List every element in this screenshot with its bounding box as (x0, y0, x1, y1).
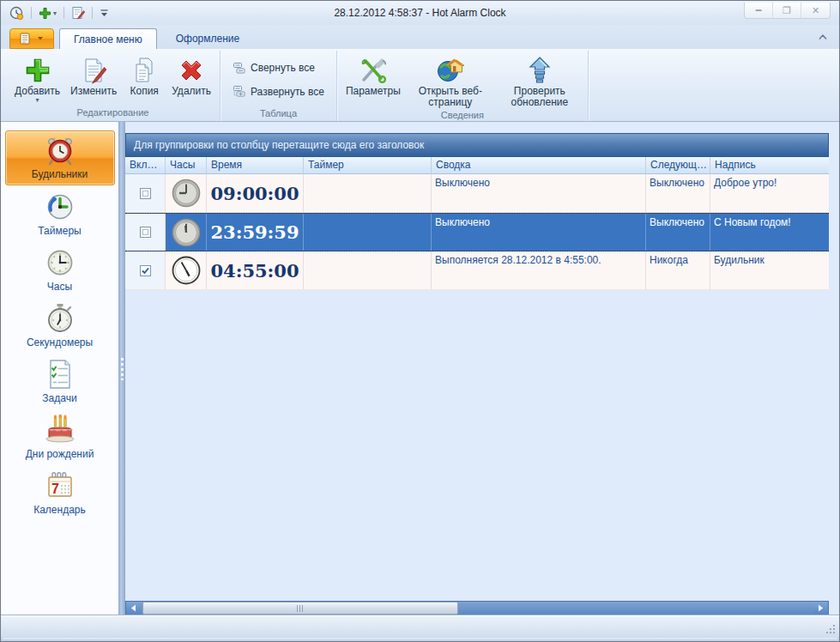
sidebar-item-alarms[interactable]: Будильники (5, 130, 115, 185)
dropdown-caret-icon: ▾ (53, 9, 57, 17)
collapse-ribbon-button[interactable] (817, 29, 829, 45)
table-row[interactable]: 04:55:00 Выполняется 28.12.2012 в 4:55:0… (125, 251, 829, 290)
column-header-enabled[interactable]: Вклю... (125, 157, 166, 174)
scroll-left-button[interactable] (126, 602, 141, 615)
next-cell: Выключено (646, 174, 710, 213)
column-header-caption[interactable]: Надпись (710, 157, 829, 174)
table-panel: Для группировки по столбцу перетащите сю… (125, 122, 839, 615)
column-header-next[interactable]: Следующий... (646, 157, 710, 174)
open-webpage-button[interactable]: Открыть веб-страницу (406, 52, 495, 109)
quick-edit-button[interactable] (69, 5, 87, 21)
caption-cell: Будильник (710, 251, 829, 290)
ribbon-group-editing: Добавить ▾ Изменить Копия (6, 51, 221, 121)
column-header-timer[interactable]: Таймер (304, 157, 432, 174)
delete-button-label: Удалить (172, 86, 211, 97)
main-area: Будильники Таймеры Часы Секундомеры Зада… (1, 122, 839, 615)
edit-icon (80, 55, 107, 86)
toolbar-separator (31, 7, 32, 19)
app-menu-icon (20, 33, 33, 45)
enabled-checkbox[interactable] (125, 174, 166, 213)
calendar-icon: 7 (45, 470, 76, 501)
collapse-all-label: Свернуть все (251, 62, 315, 74)
time-cell: 23:59:59 (207, 214, 304, 251)
scroll-right-button[interactable] (813, 602, 828, 615)
birthday-cake-icon (43, 415, 77, 445)
summary-cell: Выключено (432, 214, 646, 251)
caption-cell: С Новым годом! (710, 214, 829, 251)
tab-appearance[interactable]: Оформление (162, 28, 253, 49)
copy-button[interactable]: Копия (122, 52, 166, 98)
group-by-drop-zone[interactable]: Для группировки по столбцу перетащите сю… (125, 133, 829, 157)
collapse-all-icon (233, 61, 246, 75)
analog-clock-icon (170, 216, 202, 249)
maximize-button[interactable]: ❐ (773, 3, 801, 18)
ribbon-group-info: Параметры Открыть веб-страницу Проверить… (337, 51, 589, 121)
clock-cell (166, 214, 207, 251)
enabled-checkbox[interactable] (125, 214, 166, 251)
tasks-icon (46, 359, 74, 390)
expand-all-icon (233, 85, 246, 99)
sidebar-item-tasks[interactable]: Задачи (5, 354, 115, 409)
arrow-left-icon (130, 604, 136, 612)
toolbar-separator (63, 7, 64, 19)
quick-add-button[interactable]: ▾ (37, 6, 58, 21)
checkbox-unchecked-icon (140, 188, 151, 199)
time-cell: 09:00:00 (207, 174, 304, 213)
sidebar-item-label: Часы (47, 281, 72, 293)
minimize-button[interactable]: ━ (745, 3, 773, 18)
table-row-selected[interactable]: 23:59:59 Выключено Выключено С Новым год… (125, 213, 829, 251)
sidebar-item-label: Дни рождений (26, 448, 94, 460)
thumb-grip-icon (297, 605, 305, 612)
svg-text:7: 7 (51, 482, 59, 496)
collapse-all-button[interactable]: Свернуть все (229, 59, 328, 76)
timer-cell (304, 174, 432, 213)
customize-qat-button[interactable] (98, 8, 111, 19)
add-button[interactable]: Добавить ▾ (9, 52, 65, 105)
tools-icon (359, 55, 388, 86)
delete-icon (178, 55, 205, 86)
sidebar-item-clocks[interactable]: Часы (5, 242, 115, 297)
options-button[interactable]: Параметры (341, 52, 406, 98)
group-label-table: Таблица (224, 107, 333, 121)
sidebar-item-label: Будильники (32, 168, 88, 180)
expand-all-button[interactable]: Развернуть все (229, 83, 328, 100)
analog-clock-icon (170, 254, 202, 287)
check-update-icon (526, 55, 553, 86)
tab-main-menu[interactable]: Главное меню (59, 28, 157, 49)
horizontal-scrollbar[interactable] (125, 601, 829, 615)
table-row[interactable]: 09:00:00 Выключено Выключено Доброе утро… (125, 174, 829, 213)
analog-clock-icon (170, 177, 202, 209)
timer-cell (304, 251, 432, 290)
edit-button[interactable]: Изменить (65, 52, 122, 98)
sidebar-item-birthdays[interactable]: Дни рождений (5, 409, 115, 464)
caption-cell: Доброе утро! (710, 174, 829, 213)
check-update-button[interactable]: Проверить обновление (495, 52, 584, 109)
scrollbar-thumb[interactable] (142, 602, 458, 615)
sidebar-splitter[interactable] (118, 122, 125, 615)
sidebar-item-calendar[interactable]: 7 Календарь (5, 465, 115, 520)
ribbon-group-table: Свернуть все Развернуть все Таблица (221, 51, 337, 121)
application-menu-button[interactable] (9, 28, 54, 49)
close-button[interactable]: ✕ (801, 3, 830, 18)
group-label-info: Сведения (341, 109, 584, 122)
sidebar-item-label: Задачи (42, 392, 76, 404)
column-header-clock[interactable]: Часы (166, 157, 207, 174)
resize-grip[interactable] (825, 624, 836, 634)
chevron-up-icon (817, 33, 829, 41)
options-button-label: Параметры (346, 86, 401, 97)
delete-button[interactable]: Удалить (166, 52, 216, 98)
time-cell: 04:55:00 (207, 251, 304, 290)
window-title: 28.12.2012 4:58:37 - Hot Alarm Clock (1, 7, 839, 19)
enabled-checkbox[interactable] (125, 251, 166, 290)
column-header-time[interactable]: Время (207, 157, 304, 174)
clock-cell (166, 174, 207, 213)
sidebar-item-timers[interactable]: Таймеры (5, 186, 115, 241)
next-cell: Выключено (646, 214, 710, 251)
column-header-summary[interactable]: Сводка (432, 157, 646, 174)
sidebar-item-stopwatches[interactable]: Секундомеры (5, 298, 115, 353)
status-bar (1, 615, 839, 638)
copy-icon (130, 55, 158, 86)
timer-icon (45, 191, 76, 222)
scrollbar-track[interactable] (458, 602, 813, 615)
open-webpage-button-label: Открыть веб-страницу (411, 86, 490, 108)
